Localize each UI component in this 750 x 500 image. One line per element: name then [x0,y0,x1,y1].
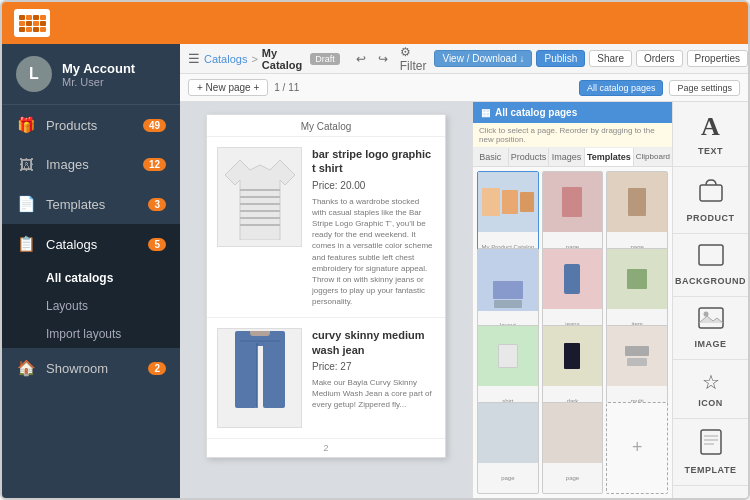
widget-image[interactable]: IMAGE [673,297,748,360]
toolbar: ☰ Catalogs > My Catalog Draft ↩ ↪ ⚙ Filt… [180,44,748,74]
templates-badge: 3 [148,198,166,211]
catalogs-badge: 5 [148,238,166,251]
icon-widget-icon: ☆ [702,370,720,394]
sidebar-item-images[interactable]: 🖼 Images 12 [2,145,180,184]
products-label: Products [46,118,133,133]
sidebar-item-products[interactable]: 🎁 Products 49 [2,105,180,145]
product-price-1: Price: 20.00 [312,180,435,191]
tab-products[interactable]: Products [509,148,550,166]
hamburger-icon[interactable]: ☰ [188,51,200,66]
image-widget-icon [698,307,724,335]
undo-icon[interactable]: ↩ [352,50,370,68]
submenu-layouts[interactable]: Layouts [2,292,180,320]
sidebar-item-catalogs[interactable]: 📋 Catalogs 5 [2,224,180,264]
thumbnail-grid: My Product Catalog page pa [473,167,672,498]
submenu-all-catalogs[interactable]: All catalogs [2,264,180,292]
app-frame: L My Account Mr. User 🎁 Products 49 🖼 Im… [0,0,750,500]
right-panel-tabs: Basic Products Images Templates Clipboar… [473,148,672,167]
page-number: 1 / 11 [274,82,299,93]
catalogs-icon: 📋 [16,235,36,253]
breadcrumb-separator: > [251,53,257,65]
widget-text[interactable]: A TEXT [673,102,748,167]
product-desc-1: Thanks to a wardrobe stocked with casual… [312,196,435,308]
templates-icon: 📄 [16,195,36,213]
widget-icon[interactable]: ☆ ICON [673,360,748,419]
product-widget-label: PRODUCT [687,213,735,223]
svg-rect-15 [699,308,723,328]
sidebar-item-templates[interactable]: 📄 Templates 3 [2,184,180,224]
svg-rect-17 [701,430,721,454]
catalog-page: My Catalog [206,114,446,458]
product-row-2: curvy skinny medium wash jean Price: 27 … [207,318,445,439]
orders-button[interactable]: Orders [636,50,683,67]
tab-clipboard[interactable]: Clipboard [634,148,672,166]
publish-button[interactable]: Publish [536,50,585,67]
product-name-1: bar stripe logo graphic t shirt [312,147,435,176]
right-panel-header: ▦ All catalog pages [473,102,672,123]
properties-button[interactable]: Properties [687,50,748,67]
widget-background[interactable]: BACKGROUND [673,234,748,297]
products-badge: 49 [143,119,166,132]
page-settings-button[interactable]: Page settings [669,80,740,96]
icon-widget-label: ICON [698,398,723,408]
content-area: ☰ Catalogs > My Catalog Draft ↩ ↪ ⚙ Filt… [180,44,748,498]
add-page-button[interactable]: + New page + [188,79,268,96]
svg-marker-0 [225,160,295,240]
hint-text: Click to select a page. Reorder by dragg… [473,123,672,148]
thumb-11[interactable]: page [542,402,604,495]
catalog-name: My Catalog [262,47,302,71]
sidebar-item-showroom[interactable]: 🏠 Showroom 2 [2,348,180,388]
svg-rect-8 [235,343,257,408]
product-image-2 [217,328,302,428]
widget-product[interactable]: PRODUCT [673,167,748,234]
pages-icon: ▦ [481,107,490,118]
images-label: Images [46,157,133,172]
image-widget-label: IMAGE [694,339,726,349]
all-catalog-pages-button[interactable]: All catalog pages [579,80,664,96]
page-editor[interactable]: My Catalog [180,102,472,498]
template-widget-icon [700,429,722,461]
text-widget-label: TEXT [698,146,723,156]
widget-panel: A TEXT PRODUCT [672,102,748,498]
share-button[interactable]: Share [589,50,632,67]
work-area: My Catalog [180,102,748,498]
svg-rect-14 [699,245,723,265]
product-row-1: bar stripe logo graphic t shirt Price: 2… [207,137,445,318]
account-info: My Account Mr. User [62,61,135,88]
showroom-badge: 2 [148,362,166,375]
account-subtitle: Mr. User [62,76,135,88]
showroom-label: Showroom [46,361,138,376]
widget-template[interactable]: TEMPLATE [673,419,748,486]
breadcrumb-home[interactable]: Catalogs [204,53,247,65]
background-widget-icon [698,244,724,272]
products-icon: 🎁 [16,116,36,134]
tab-templates[interactable]: Templates [585,148,634,166]
filter-icon[interactable]: ⚙ Filter [396,44,431,75]
templates-label: Templates [46,197,138,212]
top-bar [2,2,748,44]
page-num-bottom: 2 [207,439,445,457]
app-logo [14,9,50,37]
product-price-2: Price: 27 [312,361,435,372]
redo-icon[interactable]: ↪ [374,50,392,68]
view-download-button[interactable]: View / Download ↓ [434,50,532,67]
product-info-1: bar stripe logo graphic t shirt Price: 2… [312,147,435,307]
thumb-add[interactable]: + [606,402,668,495]
svg-rect-9 [263,343,285,408]
catalogs-submenu: All catalogs Layouts Import layouts [2,264,180,348]
sidebar: L My Account Mr. User 🎁 Products 49 🖼 Im… [2,44,180,498]
thumb-10[interactable]: page [477,402,539,494]
account-name: My Account [62,61,135,76]
tab-basic[interactable]: Basic [473,148,509,166]
right-panel: ▦ All catalog pages Click to select a pa… [472,102,672,498]
main-area: L My Account Mr. User 🎁 Products 49 🖼 Im… [2,44,748,498]
submenu-import-layouts[interactable]: Import layouts [2,320,180,348]
product-widget-icon [698,177,724,209]
text-widget-icon: A [701,112,720,142]
tab-images[interactable]: Images [549,148,585,166]
catalogs-label: Catalogs [46,237,138,252]
images-icon: 🖼 [16,156,36,173]
draft-badge: Draft [310,53,340,65]
page-title: My Catalog [207,115,445,137]
right-panel-title: All catalog pages [495,107,577,118]
